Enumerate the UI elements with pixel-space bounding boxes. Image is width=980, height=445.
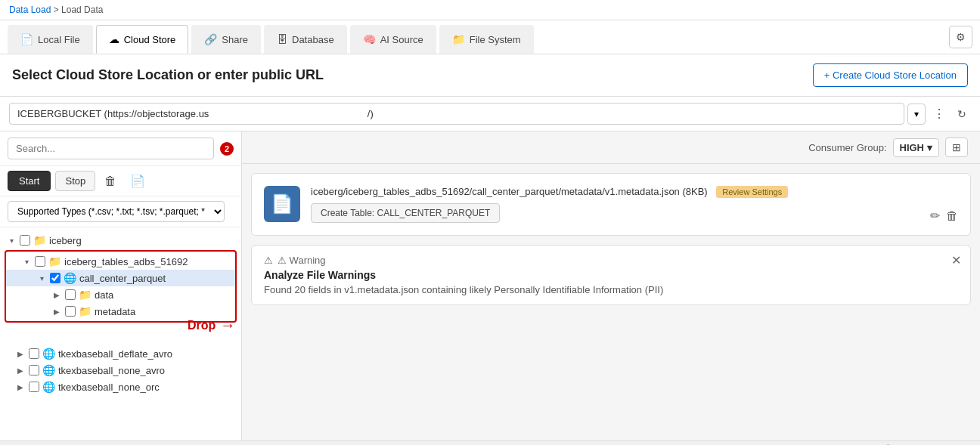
url-input[interactable] <box>9 103 904 125</box>
warning-close-button[interactable]: ✕ <box>951 253 961 267</box>
warning-header: ⚠ ⚠ Warning <box>264 255 958 266</box>
warning-header-text: ⚠ Warning <box>278 255 326 266</box>
folder-icon-metadata: 📁 <box>79 305 91 317</box>
warning-icon: ⚠ <box>264 255 273 266</box>
tab-database[interactable]: 🗄 Database <box>264 25 347 54</box>
file-path: iceberg/iceberg_tables_adbs_51692/call_c… <box>311 186 920 197</box>
tree-item-tkexbaseball-deflate[interactable]: ▶ 🌐 tkexbaseball_deflate_avro <box>0 345 241 362</box>
review-badge[interactable]: Review Settings <box>716 186 788 198</box>
tab-share-label: Share <box>222 34 248 45</box>
url-more-button[interactable]: ⋮ <box>929 104 950 124</box>
checkbox-iceberg-tables[interactable] <box>35 256 45 267</box>
page-title: Select Cloud Store Location or enter pub… <box>12 67 324 83</box>
url-refresh-button[interactable]: ↻ <box>953 105 971 123</box>
file-icon-button[interactable]: 📄 <box>126 171 150 191</box>
cloud-store-icon: ☁ <box>109 33 119 45</box>
checkbox-iceberg[interactable] <box>20 235 30 246</box>
globe-icon-tkex-none-orc: 🌐 <box>42 381 55 393</box>
label-iceberg-tables: iceberg_tables_adbs_51692 <box>64 256 188 267</box>
toggle-metadata[interactable]: ▶ <box>51 307 62 316</box>
toggle-tkex-none-orc[interactable]: ▶ <box>15 383 26 391</box>
tree-item-iceberg-tables[interactable]: ▾ 📁 iceberg_tables_adbs_51692 <box>6 253 235 270</box>
tree-item-call-center-parquet[interactable]: ▾ 🌐 call_center_parquet <box>6 270 235 286</box>
file-card: 📄 iceberg/iceberg_tables_adbs_51692/call… <box>251 173 971 236</box>
file-path-text: iceberg/iceberg_tables_adbs_51692/call_c… <box>311 186 708 197</box>
local-file-icon: 📄 <box>20 33 33 45</box>
checkbox-call-center[interactable] <box>50 273 60 283</box>
folder-icon-iceberg: 📁 <box>33 234 46 246</box>
toggle-iceberg[interactable]: ▾ <box>6 236 17 245</box>
tab-bar: 📄 Local File ☁ Cloud Store 🔗 Share 🗄 Dat… <box>0 20 980 54</box>
toggle-call-center[interactable]: ▾ <box>36 274 47 283</box>
edit-button[interactable]: ✏ <box>930 209 940 223</box>
breadcrumb-parent[interactable]: Data Load <box>9 5 51 15</box>
highlighted-group: ▾ 📁 iceberg_tables_adbs_51692 ▾ 🌐 call_c… <box>5 250 237 323</box>
globe-icon-tkex-none-avro: 🌐 <box>42 364 55 376</box>
tree-item-tkexbaseball-none-avro[interactable]: ▶ 🌐 tkexbaseball_none_avro <box>0 362 241 379</box>
drop-arrow-icon: → <box>220 317 235 334</box>
tab-cloud-store[interactable]: ☁ Cloud Store <box>96 25 189 54</box>
checkbox-data[interactable] <box>65 289 76 300</box>
main-area: 2 Start Stop 🗑 📄 Supported Types (*.csv;… <box>0 131 980 440</box>
tab-file-system-label: File System <box>470 34 521 45</box>
checkbox-tkex-none-avro[interactable] <box>29 365 39 375</box>
drop-label: Drop <box>188 319 216 332</box>
breadcrumb: Data Load > Load Data <box>0 0 980 20</box>
file-card-actions: ✏ 🗑 <box>930 209 958 223</box>
file-doc-icon: 📄 <box>264 186 300 222</box>
toggle-tkex-none-avro[interactable]: ▶ <box>15 366 26 375</box>
tab-cloud-store-label: Cloud Store <box>124 34 176 45</box>
checkbox-tkex-deflate[interactable] <box>29 348 39 359</box>
tab-ai-source-label: AI Source <box>380 34 423 45</box>
warning-title: Analyze File Warnings <box>264 269 958 281</box>
tree-item-tkexbaseball-none-orc[interactable]: ▶ 🌐 tkexbaseball_none_orc <box>0 379 241 395</box>
stop-button[interactable]: Stop <box>55 171 95 191</box>
tree-area: ▾ 📁 iceberg ▾ 📁 iceberg_tables_adbs_5169… <box>0 227 241 440</box>
delete-button[interactable]: 🗑 <box>100 172 121 191</box>
tab-file-system[interactable]: 📁 File System <box>439 25 534 54</box>
left-panel: 2 Start Stop 🗑 📄 Supported Types (*.csv;… <box>0 131 242 440</box>
warning-panel: ⚠ ⚠ Warning Analyze File Warnings Found … <box>251 245 971 305</box>
right-toolbar: Consumer Group: HIGH ▾ ⊞ <box>242 131 980 164</box>
columns-button[interactable]: ⊞ <box>945 138 968 157</box>
database-icon: 🗄 <box>277 33 287 45</box>
tab-ai-source[interactable]: 🧠 AI Source <box>350 25 436 54</box>
right-panel: Consumer Group: HIGH ▾ ⊞ 📄 iceberg/icebe… <box>242 131 980 440</box>
status-bar: 1:24 AM - REST call resolved successfull… <box>0 440 980 445</box>
globe-icon-tkex-deflate: 🌐 <box>42 348 55 360</box>
search-toolbar: 2 <box>0 131 241 166</box>
action-toolbar: Start Stop 🗑 📄 <box>0 166 241 196</box>
ai-source-icon: 🧠 <box>363 33 376 45</box>
create-table-button[interactable]: Create Table: CALL_CENTER_PARQUET <box>311 203 500 223</box>
checkbox-tkex-none-orc[interactable] <box>29 382 39 392</box>
create-cloud-store-button[interactable]: + Create Cloud Store Location <box>813 63 968 87</box>
consumer-group-chevron: ▾ <box>927 142 932 153</box>
globe-icon-call-center: 🌐 <box>64 272 76 284</box>
tree-item-iceberg[interactable]: ▾ 📁 iceberg <box>0 232 241 249</box>
tab-local-file[interactable]: 📄 Local File <box>8 25 93 54</box>
settings-button[interactable]: ⚙ <box>949 26 972 48</box>
consumer-group-dropdown[interactable]: HIGH ▾ <box>893 138 940 157</box>
label-tkex-none-avro: tkexbaseball_none_avro <box>58 365 165 376</box>
url-dropdown-button[interactable]: ▾ <box>907 104 926 125</box>
tab-local-file-label: Local File <box>38 34 80 45</box>
delete-file-button[interactable]: 🗑 <box>946 209 958 223</box>
label-tkex-none-orc: tkexbaseball_none_orc <box>58 382 160 393</box>
toggle-tkex-deflate[interactable]: ▶ <box>15 350 26 358</box>
filter-select[interactable]: Supported Types (*.csv; *.txt; *.tsv; *.… <box>8 201 225 222</box>
checkbox-metadata[interactable] <box>65 306 76 317</box>
label-metadata: metadata <box>95 306 135 317</box>
tree-item-data[interactable]: ▶ 📁 data <box>6 286 235 303</box>
label-data: data <box>95 289 113 301</box>
toggle-data[interactable]: ▶ <box>51 291 62 299</box>
url-bar: ▾ ⋮ ↻ <box>0 97 980 131</box>
folder-icon-iceberg-tables: 📁 <box>48 255 61 267</box>
file-system-icon: 📁 <box>452 33 465 45</box>
toggle-iceberg-tables[interactable]: ▾ <box>21 258 32 266</box>
search-input[interactable] <box>8 138 214 159</box>
badge-2: 2 <box>220 142 234 156</box>
tab-share[interactable]: 🔗 Share <box>191 25 261 54</box>
start-button[interactable]: Start <box>8 171 51 191</box>
header-section: Select Cloud Store Location or enter pub… <box>0 54 980 97</box>
label-tkex-deflate: tkexbaseball_deflate_avro <box>58 348 172 360</box>
